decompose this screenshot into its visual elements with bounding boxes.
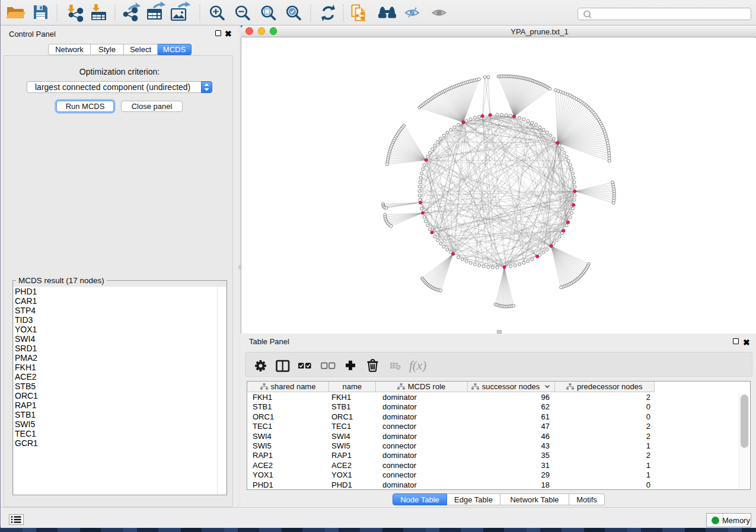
svg-text:f(x): f(x) <box>409 358 426 373</box>
